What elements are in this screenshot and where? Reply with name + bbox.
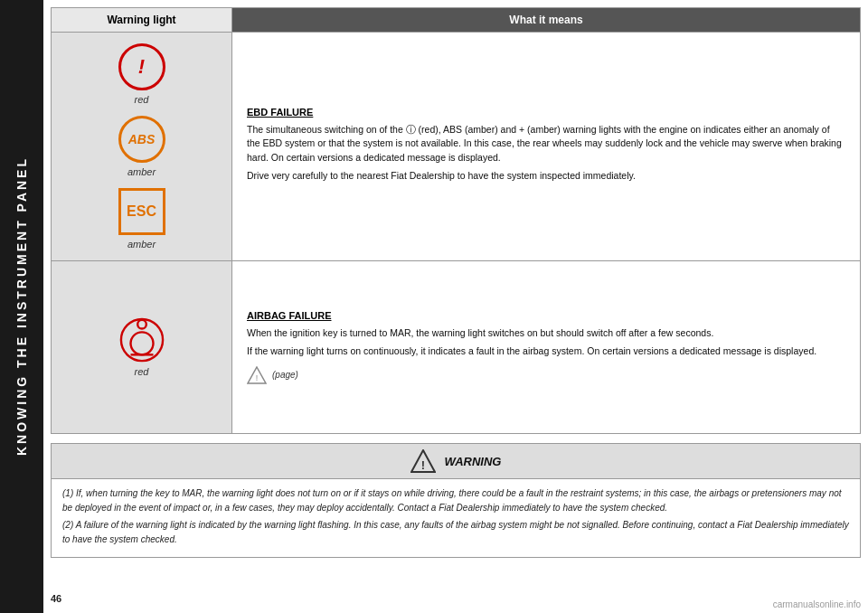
sidebar-label: KNOWING THE INSTRUMENT PANEL: [14, 156, 29, 456]
table-header: Warning light What it means: [52, 8, 860, 33]
cell-icon-ebd: ! red ABS amber ESC amber: [52, 33, 232, 260]
warning-body: (1) If, when turning the key to MAR, the…: [52, 479, 860, 557]
esc-group: ESC amber: [118, 188, 165, 250]
note-triangle-icon: !: [247, 366, 267, 384]
warning-para2: (2) A failure of the warning light is in…: [62, 518, 849, 546]
sidebar: KNOWING THE INSTRUMENT PANEL: [0, 0, 43, 613]
icon-label-amber1: amber: [127, 166, 156, 177]
table-body: ! red ABS amber ESC amber: [52, 33, 860, 433]
svg-text:!: !: [420, 458, 424, 472]
main-content: Warning light What it means ! red: [43, 0, 868, 613]
svg-point-0: [137, 320, 146, 329]
cell-desc-ebd: EBD FAILURE The simultaneous switching o…: [232, 33, 860, 260]
warning-header: ! WARNING: [52, 444, 860, 479]
airbag-title: AIRBAG FAILURE: [247, 310, 845, 321]
warning-title: WARNING: [445, 455, 502, 468]
airbag-body2: If the warning light turns on continuous…: [247, 344, 845, 359]
warning-triangle-icon: !: [410, 449, 436, 473]
airbag-person-group: red: [119, 317, 165, 377]
abs-icon: ABS: [118, 116, 165, 163]
airbag-body1: When the ignition key is turned to MAR, …: [247, 326, 845, 341]
icon-label-red2: red: [135, 366, 149, 377]
warning-para1: (1) If, when turning the key to MAR, the…: [62, 486, 849, 514]
exclamation-group: ! red: [118, 43, 165, 105]
airbag-body: When the ignition key is turned to MAR, …: [247, 326, 845, 363]
cell-desc-airbag: AIRBAG FAILURE When the ignition key is …: [232, 261, 860, 433]
ebd-body2: Drive very carefully to the nearest Fiat…: [247, 169, 845, 184]
abs-group: ABS amber: [118, 116, 165, 177]
page-number: 46: [51, 593, 61, 604]
ebd-body: The simultaneous switching on of the ⓘ (…: [247, 123, 845, 187]
note-icon-row: ! (page): [247, 366, 845, 384]
note-text: (page): [272, 370, 298, 380]
cell-icon-airbag: red: [52, 261, 232, 433]
ebd-body1: The simultaneous switching on of the ⓘ (…: [247, 123, 845, 165]
airbag-person-icon: [119, 317, 165, 363]
exclamation-icon: !: [118, 43, 165, 90]
svg-point-1: [130, 332, 153, 354]
svg-text:!: !: [256, 373, 259, 382]
watermark: carmanualsonline.info: [773, 599, 861, 609]
icon-label-amber2: amber: [127, 239, 156, 250]
table-row: ! red ABS amber ESC amber: [52, 33, 860, 261]
header-what-it-means: What it means: [232, 8, 860, 32]
esc-icon: ESC: [118, 188, 165, 235]
icon-label-red1: red: [135, 94, 149, 105]
ebd-title: EBD FAILURE: [247, 107, 845, 118]
info-table: Warning light What it means ! red: [51, 7, 861, 434]
header-warning-light: Warning light: [52, 8, 232, 32]
table-row-airbag: red AIRBAG FAILURE When the ignition key…: [52, 261, 860, 433]
warning-box: ! WARNING (1) If, when turning the key t…: [51, 443, 861, 558]
